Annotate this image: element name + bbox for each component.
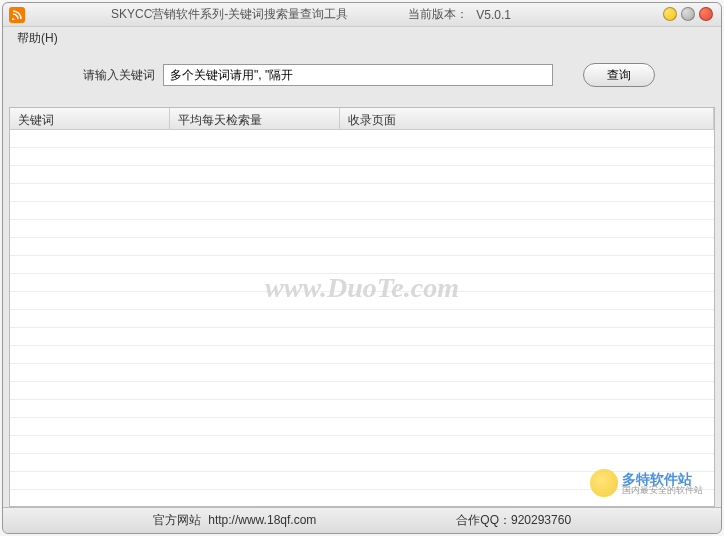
footer-site-link[interactable]: http://www.18qf.com	[208, 513, 316, 527]
duote-logo: 多特软件站 国内最安全的软件站	[590, 469, 703, 497]
menu-help[interactable]: 帮助(H)	[11, 28, 64, 49]
table-row	[10, 130, 714, 148]
table-row	[10, 328, 714, 346]
app-title: SKYCC营销软件系列-关键词搜索量查询工具	[111, 6, 348, 23]
table-row	[10, 364, 714, 382]
column-daily-search[interactable]: 平均每天检索量	[170, 108, 340, 129]
logo-text: 多特软件站 国内最安全的软件站	[622, 472, 703, 495]
table-row	[10, 418, 714, 436]
footer-qq-value: 920293760	[511, 513, 571, 527]
table-header: 关键词 平均每天检索量 收录页面	[10, 108, 714, 130]
table-row	[10, 274, 714, 292]
footer-site-label: 官方网站	[153, 513, 201, 527]
table-row	[10, 256, 714, 274]
table-row	[10, 310, 714, 328]
table-row	[10, 238, 714, 256]
table-body: www.DuoTe.com	[10, 130, 714, 506]
version-value: V5.0.1	[476, 8, 511, 22]
table-row	[10, 220, 714, 238]
search-label: 请输入关键词	[83, 67, 155, 84]
table-row	[10, 382, 714, 400]
minimize-button[interactable]	[663, 7, 677, 21]
logo-sub: 国内最安全的软件站	[622, 486, 703, 495]
duck-icon	[590, 469, 618, 497]
window-controls	[663, 7, 713, 21]
table-row	[10, 166, 714, 184]
table-row	[10, 346, 714, 364]
close-button[interactable]	[699, 7, 713, 21]
results-table: 关键词 平均每天检索量 收录页面 www.DuoTe.com	[9, 107, 715, 507]
table-row	[10, 202, 714, 220]
keyword-input[interactable]	[163, 64, 553, 86]
column-indexed-pages[interactable]: 收录页面	[340, 108, 714, 129]
rss-icon	[9, 7, 25, 23]
version-label: 当前版本：	[408, 6, 468, 23]
query-button[interactable]: 查询	[583, 63, 655, 87]
column-keyword[interactable]: 关键词	[10, 108, 170, 129]
menubar: 帮助(H)	[3, 27, 721, 49]
app-window: SKYCC营销软件系列-关键词搜索量查询工具 当前版本： V5.0.1 帮助(H…	[2, 2, 722, 534]
footer: 官方网站 http://www.18qf.com 合作QQ：920293760	[3, 507, 721, 533]
titlebar: SKYCC营销软件系列-关键词搜索量查询工具 当前版本： V5.0.1	[3, 3, 721, 27]
table-row	[10, 436, 714, 454]
footer-qq-label: 合作QQ：	[456, 513, 511, 527]
table-row	[10, 184, 714, 202]
table-row	[10, 400, 714, 418]
logo-main: 多特软件站	[622, 472, 703, 486]
search-area: 请输入关键词 查询	[3, 49, 721, 107]
table-row	[10, 292, 714, 310]
footer-qq: 合作QQ：920293760	[456, 512, 571, 529]
table-row	[10, 148, 714, 166]
maximize-button[interactable]	[681, 7, 695, 21]
footer-site: 官方网站 http://www.18qf.com	[153, 512, 316, 529]
